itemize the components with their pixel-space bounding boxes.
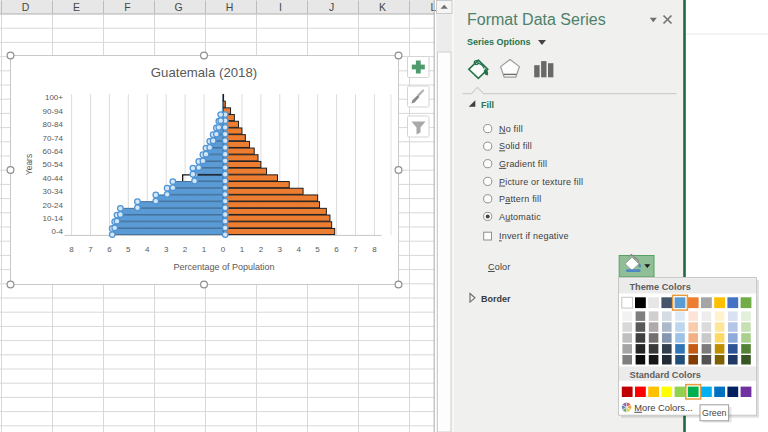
svg-text:0: 0 [221, 245, 226, 254]
svg-text:3: 3 [164, 245, 169, 254]
svg-text:1: 1 [240, 245, 245, 254]
svg-text:Picture or texture fill: Picture or texture fill [499, 177, 583, 187]
svg-text:90-94: 90-94 [43, 107, 64, 116]
svg-text:Automatic: Automatic [499, 212, 541, 222]
svg-text:Color: Color [488, 262, 511, 272]
svg-text:7: 7 [88, 245, 93, 254]
svg-text:7: 7 [353, 245, 358, 254]
svg-text:L: L [431, 1, 437, 13]
svg-text:6: 6 [334, 245, 339, 254]
svg-text:60-64: 60-64 [43, 147, 64, 156]
svg-text:10-14: 10-14 [43, 214, 64, 223]
svg-text:I: I [279, 1, 282, 13]
svg-text:Solid fill: Solid fill [499, 141, 532, 151]
svg-text:J: J [329, 1, 334, 13]
svg-text:20-24: 20-24 [43, 201, 64, 210]
svg-text:Theme Colors: Theme Colors [630, 282, 691, 292]
svg-text:Green: Green [702, 408, 727, 418]
svg-text:0-4: 0-4 [51, 227, 63, 236]
svg-text:Guatemala (2018): Guatemala (2018) [151, 65, 257, 80]
svg-text:H: H [226, 1, 234, 13]
svg-text:Gradient fill: Gradient fill [499, 159, 547, 169]
svg-text:80-84: 80-84 [43, 120, 64, 129]
svg-text:E: E [73, 1, 80, 13]
svg-text:G: G [174, 1, 182, 13]
svg-text:Standard Colors: Standard Colors [630, 370, 701, 380]
svg-text:3: 3 [278, 245, 283, 254]
svg-text:8: 8 [69, 245, 74, 254]
svg-text:Series Options: Series Options [467, 37, 531, 47]
svg-text:Format Data Series: Format Data Series [467, 11, 606, 28]
svg-text:70-74: 70-74 [43, 134, 64, 143]
svg-text:More Colors...: More Colors... [634, 403, 692, 413]
svg-text:2: 2 [183, 245, 188, 254]
svg-text:Invert if negative: Invert if negative [499, 231, 569, 241]
svg-text:Border: Border [481, 294, 511, 304]
svg-text:4: 4 [145, 245, 150, 254]
svg-text:100+: 100+ [45, 93, 63, 102]
svg-text:4: 4 [296, 245, 301, 254]
svg-text:Years: Years [24, 154, 34, 175]
svg-text:F: F [124, 1, 130, 13]
svg-text:Fill: Fill [481, 100, 494, 110]
svg-text:6: 6 [107, 245, 112, 254]
svg-text:No fill: No fill [499, 124, 523, 134]
svg-text:K: K [379, 1, 386, 13]
svg-text:8: 8 [372, 245, 377, 254]
svg-text:50-54: 50-54 [43, 160, 64, 169]
svg-text:5: 5 [315, 245, 320, 254]
svg-text:Pattern fill: Pattern fill [499, 194, 541, 204]
svg-text:30-34: 30-34 [43, 187, 64, 196]
svg-text:40-44: 40-44 [43, 174, 64, 183]
svg-text:D: D [22, 1, 30, 13]
svg-text:1: 1 [202, 245, 207, 254]
svg-text:Percentage of Population: Percentage of Population [173, 262, 274, 272]
svg-text:2: 2 [259, 245, 264, 254]
svg-text:5: 5 [126, 245, 131, 254]
